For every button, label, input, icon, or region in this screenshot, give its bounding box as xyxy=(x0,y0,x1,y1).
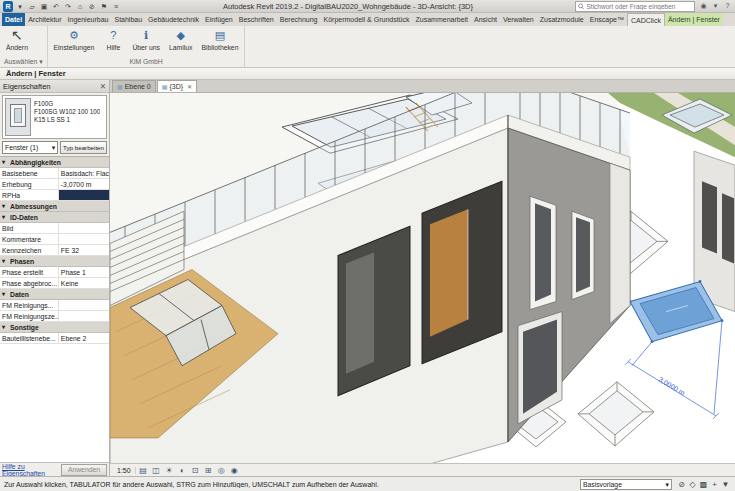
ribbon-tab-ingenieurbau[interactable]: Ingenieurbau xyxy=(65,13,112,26)
shadows-icon[interactable]: ◐ xyxy=(177,466,188,475)
select-by-face-icon[interactable]: ▩ xyxy=(698,480,709,489)
titlebar-icons: ◉▾? xyxy=(699,2,732,10)
3d-view-canvas[interactable]: 3,0000 m xyxy=(110,93,735,463)
ribbon-button-einstellungen[interactable]: ⚙Einstellungen xyxy=(52,27,97,52)
ribbon-tab-cadclick[interactable]: CADClick xyxy=(627,13,665,26)
skylight-pyramid-2[interactable] xyxy=(578,382,654,446)
ribbon-button-uber-uns[interactable]: ℹÜber uns xyxy=(130,27,162,52)
show-crop-icon[interactable]: ⊞ xyxy=(203,466,214,475)
pilaster[interactable] xyxy=(610,163,630,323)
3d-viewport[interactable]: 3,0000 m xyxy=(110,93,735,463)
save-icon[interactable]: ▣ xyxy=(39,1,49,12)
prop-value-phase-erstellt[interactable]: Phase 1 xyxy=(59,267,109,277)
prop-value-fm-reinigungs[interactable] xyxy=(59,300,109,310)
prop-value-rpha[interactable] xyxy=(59,190,109,200)
temporary-hide-isolate-icon[interactable]: ◎ xyxy=(216,466,227,475)
view-tab-3d[interactable]: ▦{3D}✕ xyxy=(157,80,197,92)
element-selector-combo[interactable]: Fenster (1) ▾ xyxy=(2,141,58,154)
close-view-icon[interactable]: ✕ xyxy=(187,83,192,90)
help-icon[interactable]: ? xyxy=(723,2,732,10)
view-tab-ebene-0[interactable]: ▦Ebene 0 xyxy=(112,80,156,92)
revit-logo[interactable]: R xyxy=(3,1,13,12)
ribbon-tab-stahlbau[interactable]: Stahlbau xyxy=(111,13,145,26)
prop-value-kennzeichen[interactable]: FE 32 xyxy=(59,245,109,255)
undo-icon[interactable]: ↶ xyxy=(51,1,61,12)
prop-section-abhangigkeiten[interactable]: Abhängigkeiten xyxy=(0,157,109,168)
ribbon-tab-gebaudetechnik[interactable]: Gebäudetechnik xyxy=(145,13,202,26)
view-control-icons: ▤◫☀◐⊡⊞◎◉ xyxy=(138,466,240,475)
ribbon-tab-contextual-andern-fenster[interactable]: Ändern | Fenster xyxy=(665,13,723,26)
ribbon-panel-label: KiM GmbH xyxy=(52,57,241,67)
prop-value-basisebene[interactable]: Basisdach: Flac... xyxy=(59,168,109,178)
ribbon-tab-berechnung[interactable]: Berechnung xyxy=(277,13,321,26)
prop-value-bild[interactable] xyxy=(59,223,109,233)
default-3d-view-icon[interactable]: ⌂ xyxy=(75,1,85,12)
ribbon-tab-architektur[interactable]: Architektur xyxy=(25,13,64,26)
sun-path-icon[interactable]: ☀ xyxy=(164,466,175,475)
drag-elements-icon[interactable]: + xyxy=(709,480,720,489)
ribbon-button-bibliotheken[interactable]: ▤Bibliotheken xyxy=(199,27,240,52)
prop-section-phasen[interactable]: Phasen xyxy=(0,256,109,267)
question-icon: ? xyxy=(105,28,121,43)
apps-dropdown-icon[interactable]: ▾ xyxy=(711,2,720,10)
ribbon-tab-zusatzmodule[interactable]: Zusatzmodule xyxy=(537,13,587,26)
ribbon-tab-einfugen[interactable]: Einfügen xyxy=(202,13,236,26)
prop-value-fm-reinigungsze[interactable] xyxy=(59,311,109,321)
type-preview[interactable]: F100G F100SG W102 100 100 K15 LS SS 1 xyxy=(2,95,107,139)
crop-view-icon[interactable]: ⊡ xyxy=(190,466,201,475)
neighbor-window-1 xyxy=(702,181,717,253)
ribbon-tab-ansicht[interactable]: Ansicht xyxy=(471,13,500,26)
options-bar: Ändern | Fenster xyxy=(0,68,735,80)
open-icon[interactable]: ▱ xyxy=(27,1,37,12)
ribbon-button-lamilux[interactable]: ◆Lamilux xyxy=(167,27,194,52)
thin-lines-icon[interactable]: ≡ xyxy=(111,1,121,12)
ribbon-tab-beschriften[interactable]: Beschriften xyxy=(236,13,277,26)
window-right-2[interactable] xyxy=(572,211,594,299)
ribbon-panel-kim-gmbh: ⚙Einstellungen?HilfeℹÜber uns◆Lamilux▤Bi… xyxy=(48,26,246,67)
properties-help-link[interactable]: Hilfe zu Eigenschaften xyxy=(2,463,61,477)
prop-value-erhebung[interactable]: -3,0700 m xyxy=(59,179,109,189)
exclude-links-icon[interactable]: ⊘ xyxy=(676,480,687,489)
ribbon-tab-korpermodell-grundstuck[interactable]: Körpermodell & Grundstück xyxy=(321,13,413,26)
window-left[interactable] xyxy=(338,226,410,395)
ribbon-tab-datei[interactable]: Datei xyxy=(2,13,25,26)
prop-section-sonstige[interactable]: Sonstige xyxy=(0,322,109,333)
prop-value-kommentare[interactable] xyxy=(59,234,109,244)
ribbon-tab-verwalten[interactable]: Verwalten xyxy=(500,13,537,26)
prop-section-abmessungen[interactable]: Abmessungen xyxy=(0,201,109,212)
lamilux-logo-icon: ◆ xyxy=(173,28,189,43)
prop-value-phase-abgebroc[interactable]: Keine xyxy=(59,278,109,288)
user-account-icon[interactable]: ◉ xyxy=(699,2,708,10)
window-right-1[interactable] xyxy=(530,196,556,309)
reveal-hidden-icon[interactable]: ◉ xyxy=(229,466,240,475)
ribbon-tab-enscape[interactable]: Enscape™ xyxy=(587,13,627,26)
type-name-line3: K15 LS SS 1 xyxy=(34,116,100,124)
section-icon[interactable]: ⊘ xyxy=(87,1,97,12)
ribbon-button-andern[interactable]: ↖Ändern xyxy=(4,27,30,52)
ribbon-tab-zusammenarbeit[interactable]: Zusammenarbeit xyxy=(413,13,472,26)
status-icons: ⊘◇▩+▼ xyxy=(676,480,731,489)
apply-button[interactable]: Anwenden xyxy=(61,464,107,476)
scale-control[interactable]: 1:50 xyxy=(113,467,136,474)
visual-style-icon[interactable]: ◫ xyxy=(151,466,162,475)
redo-icon[interactable]: ↷ xyxy=(63,1,73,12)
prop-value-bauteillistenebe[interactable]: Ebene 2 xyxy=(59,333,109,343)
tag-icon[interactable]: ⚑ xyxy=(99,1,109,12)
qat-dropdown-icon[interactable]: ▾ xyxy=(15,1,25,12)
selection-filter-icon[interactable]: ▼ xyxy=(720,480,731,489)
properties-palette: Eigenschaften ✕ F100G F100SG W102 100 10… xyxy=(0,80,110,476)
detail-level-icon[interactable]: ▤ xyxy=(138,466,149,475)
search-input[interactable] xyxy=(586,3,692,10)
window-right-lower[interactable] xyxy=(518,312,562,424)
design-option-select[interactable]: Basisvorlage ▾ xyxy=(580,479,672,490)
prop-row-rpha: RPHa xyxy=(0,190,109,201)
search-box[interactable] xyxy=(575,1,695,12)
prop-row-kennzeichen: KennzeichenFE 32 xyxy=(0,245,109,256)
window-corner[interactable] xyxy=(422,181,502,363)
prop-section-id-daten[interactable]: ID-Daten xyxy=(0,212,109,223)
edit-type-button[interactable]: Typ bearbeiten xyxy=(60,141,107,154)
close-properties-icon[interactable]: ✕ xyxy=(100,80,106,92)
prop-section-daten[interactable]: Daten xyxy=(0,289,109,300)
ribbon-button-hilfe[interactable]: ?Hilfe xyxy=(101,27,125,52)
exclude-underlay-icon[interactable]: ◇ xyxy=(687,480,698,489)
